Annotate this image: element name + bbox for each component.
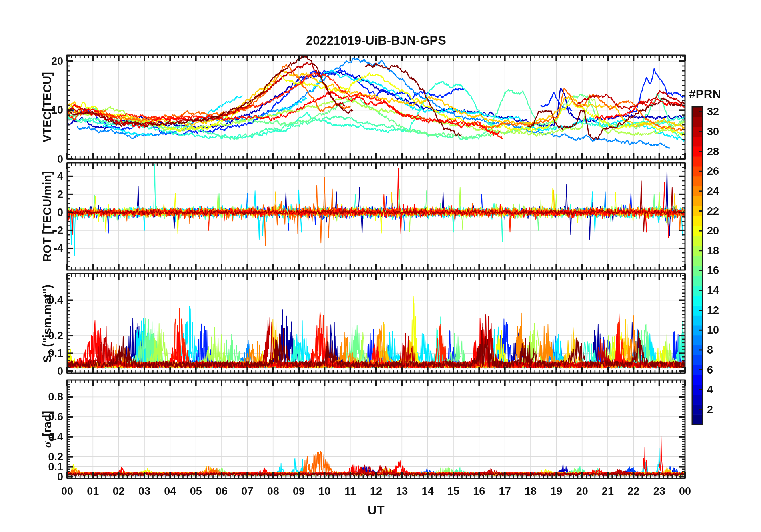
y-tick-label: -2 (27, 224, 63, 237)
colorbar-tick-label: 12 (707, 304, 735, 317)
colorbar-tick-label: 10 (707, 324, 735, 336)
y-tick-label: 0.8 (27, 390, 63, 403)
colorbar-tick-label: 6 (707, 364, 735, 376)
y-tick-label: 0.2 (27, 329, 63, 342)
colorbar-tick-label: 18 (707, 244, 735, 257)
colorbar-tick-label: 16 (707, 264, 735, 277)
y-tick-label: 0.4 (27, 430, 63, 443)
x-axis-label: UT (352, 503, 400, 518)
y-tick-label: 0 (27, 206, 63, 219)
y-tick-label: 0.1 (27, 347, 63, 360)
colorbar-tick-label: 28 (707, 145, 735, 158)
colorbar-tick-label: 4 (707, 383, 735, 396)
chart-canvas (0, 0, 761, 532)
colorbar-tick-label: 30 (707, 125, 735, 138)
y-tick-label: 10 (27, 104, 63, 116)
x-tick-label: 00 (667, 485, 703, 498)
colorbar-tick-label: 8 (707, 344, 735, 356)
colorbar-tick-label: 20 (707, 224, 735, 237)
colorbar-tick-label: 26 (707, 165, 735, 178)
colorbar-tick-label: 32 (707, 105, 735, 118)
y-tick-label: -4 (27, 242, 63, 255)
colorbar-title: #PRN (665, 87, 745, 101)
figure-root: 20221019-UiB-BJN-GPS VTEC[TECU] ROT [TEC… (0, 0, 761, 532)
y-tick-label: 4 (27, 170, 63, 183)
chart-title: 20221019-UiB-BJN-GPS (216, 34, 536, 48)
y-tick-label: 0.6 (27, 410, 63, 423)
y-tick-label: 2 (27, 188, 63, 201)
y-tick-label: 0.2 (27, 450, 63, 463)
y-tick-label: 0.4 (27, 294, 63, 306)
y-tick-label: 20 (27, 55, 63, 68)
y-tick-label: 0 (27, 153, 63, 166)
colorbar-tick-label: 24 (707, 185, 735, 198)
colorbar-tick-label: 2 (707, 403, 735, 416)
y-tick-label: 0 (27, 365, 63, 378)
colorbar-tick-label: 22 (707, 205, 735, 218)
colorbar-tick-label: 14 (707, 284, 735, 297)
